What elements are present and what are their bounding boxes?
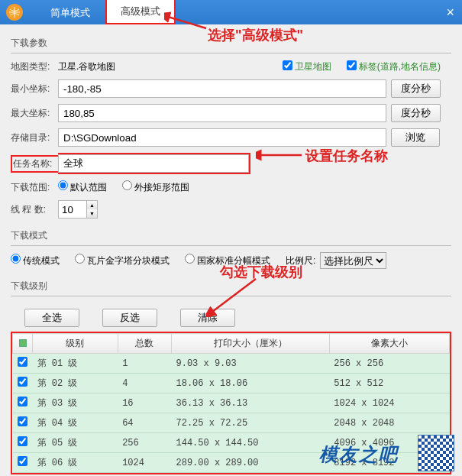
annotation-select-advanced: 选择"高级模式" [208,26,303,44]
cell-print: 9.03 x 9.03 [171,354,329,374]
annotation-arrow-icon [164,9,210,32]
table-row[interactable]: 第 03 级1636.13 x 36.131024 x 1024 [13,393,450,413]
table-header-pixels: 像素大小 [329,334,449,354]
cell-total: 64 [118,413,171,433]
close-button[interactable]: × [446,5,454,21]
cell-print: 144.50 x 144.50 [171,433,329,453]
row-checkbox[interactable] [18,436,27,446]
min-coord-input[interactable] [58,79,386,98]
table-header-total: 总数 [118,334,171,354]
dms-button-2[interactable]: 度分秒 [391,104,441,122]
cell-print: 36.13 x 36.13 [171,393,329,413]
cell-total: 1 [118,354,171,374]
annotation-set-task-name: 设置任务名称 [305,147,388,165]
annotation-arrow-icon [206,275,260,317]
cell-total: 1024 [118,453,171,473]
table-row[interactable]: 第 02 级418.06 x 18.06512 x 512 [13,374,450,393]
cell-print: 289.00 x 289.00 [171,453,329,473]
section-download-mode: 下载模式 [11,229,451,242]
labels-checkbox[interactable]: 标签(道路,地名信息) [347,60,441,73]
app-logo-icon [6,4,23,21]
store-dir-label: 存储目录: [11,131,58,144]
title-bar: 简单模式 高级模式 × [0,0,462,24]
mode-tabs: 简单模式 高级模式 [37,0,176,24]
spin-down-icon[interactable]: ▼ [87,209,97,218]
cell-level: 第 05 级 [33,433,118,453]
invert-selection-button[interactable]: 反选 [102,309,157,327]
threads-label: 线 程 数: [11,203,58,216]
table-row[interactable]: 第 06 级1024289.00 x 289.008192 x 8192 [13,453,450,473]
cell-level: 第 06 级 [33,453,118,473]
satellite-map-checkbox[interactable]: 卫星地图 [283,60,331,73]
map-type-value: 卫星.谷歌地图 [58,60,115,73]
cell-print: 18.06 x 18.06 [171,374,329,393]
dms-button-1[interactable]: 度分秒 [391,79,441,98]
cell-level: 第 02 级 [33,374,118,393]
range-default-radio[interactable]: 默认范围 [58,180,107,194]
mode-pyramid-radio[interactable]: 瓦片金字塔分块模式 [75,254,170,267]
cell-pixels: 512 x 512 [329,374,449,393]
store-dir-input[interactable] [58,128,386,147]
download-range-label: 下载范围: [11,181,58,194]
task-name-label: 任务名称: [11,155,58,173]
table-header-checkbox[interactable] [13,334,33,354]
cell-level: 第 03 级 [33,393,118,413]
svg-line-1 [168,17,206,28]
cell-total: 4 [118,374,171,393]
select-all-button[interactable]: 全选 [24,309,79,327]
cell-print: 72.25 x 72.25 [171,413,329,433]
range-bbox-radio[interactable]: 外接矩形范围 [122,180,189,194]
row-checkbox[interactable] [18,397,27,406]
cell-pixels: 256 x 256 [329,354,449,374]
table-header-print: 打印大小（厘米） [171,334,329,354]
map-type-label: 地图类型: [11,60,58,73]
min-coord-label: 最小坐标: [11,83,58,96]
max-coord-label: 最大坐标: [11,107,58,120]
mode-traditional-radio[interactable]: 传统模式 [11,254,60,267]
row-checkbox[interactable] [18,416,27,426]
table-row[interactable]: 第 04 级6472.25 x 72.252048 x 2048 [13,413,450,433]
spin-up-icon[interactable]: ▲ [87,201,97,209]
svg-line-3 [212,279,256,312]
row-checkbox[interactable] [18,456,27,466]
cell-pixels: 2048 x 2048 [329,413,449,433]
cell-total: 16 [118,393,171,413]
max-coord-input[interactable] [58,104,386,122]
row-checkbox[interactable] [18,357,27,367]
browse-button[interactable]: 浏览 [391,128,440,147]
task-name-input[interactable] [58,154,249,173]
cell-level: 第 04 级 [33,413,118,433]
cell-level: 第 01 级 [33,354,118,374]
table-row[interactable]: 第 01 级19.03 x 9.03256 x 256 [13,354,450,374]
scale-select[interactable]: 选择比例尺 [320,252,386,269]
threads-stepper[interactable]: ▲▼ [58,200,98,219]
cell-total: 256 [118,433,171,453]
cell-pixels: 1024 x 1024 [329,393,449,413]
row-checkbox[interactable] [18,377,27,387]
qr-code-icon [418,435,454,471]
table-header-level: 级别 [33,334,118,354]
annotation-arrow-icon [256,147,305,163]
level-table: 级别 总数 打印大小（厘米） 像素大小 第 01 级19.03 x 9.0325… [11,332,451,474]
table-row[interactable]: 第 05 级256144.50 x 144.504096 x 4096 [13,433,450,453]
tab-simple-mode[interactable]: 简单模式 [37,2,104,24]
